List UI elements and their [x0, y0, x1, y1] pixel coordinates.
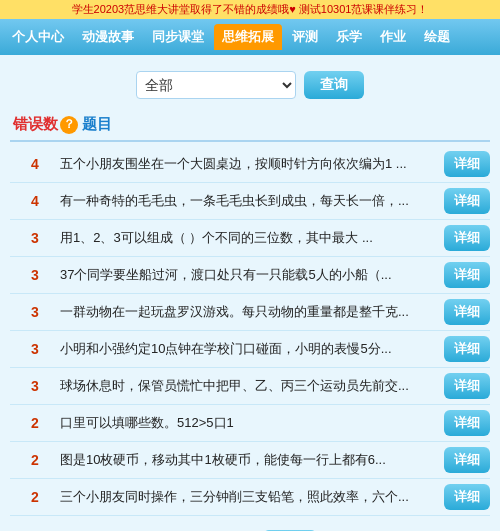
- detail-button[interactable]: 详细: [444, 225, 490, 251]
- pagination: 第1页/共6页 下页: [10, 526, 490, 531]
- nav-bar: 个人中心动漫故事同步课堂思维拓展评测乐学作业绘题: [0, 19, 500, 55]
- error-count: 3: [10, 341, 60, 357]
- detail-button[interactable]: 详细: [444, 410, 490, 436]
- errors-column-header: 错误数: [10, 115, 60, 134]
- detail-button[interactable]: 详细: [444, 484, 490, 510]
- question-text: 五个小朋友围坐在一个大圆桌边，按顺时针方向依次编为1 ...: [60, 155, 444, 173]
- nav-item-个人中心[interactable]: 个人中心: [4, 24, 72, 50]
- table-row: 3一群动物在一起玩盘罗汉游戏。每只动物的重量都是整千克...详细: [10, 294, 490, 331]
- error-count: 3: [10, 230, 60, 246]
- notice-bar: 学生20203范思维大讲堂取得了不错的成绩哦♥ 测试10301范课课伴练习！: [0, 0, 500, 19]
- error-count: 3: [10, 267, 60, 283]
- question-column-header: ？ 题目: [60, 115, 490, 134]
- error-count: 2: [10, 415, 60, 431]
- question-text: 球场休息时，保管员慌忙中把甲、乙、丙三个运动员先前交...: [60, 377, 444, 395]
- detail-button[interactable]: 详细: [444, 188, 490, 214]
- error-count: 3: [10, 304, 60, 320]
- main-content: 全部 查询 错误数 ？ 题目 4五个小朋友围坐在一个大圆桌边，按顺时针方向依次编…: [0, 55, 500, 531]
- table-row: 4五个小朋友围坐在一个大圆桌边，按顺时针方向依次编为1 ...详细: [10, 146, 490, 183]
- question-text: 一群动物在一起玩盘罗汉游戏。每只动物的重量都是整千克...: [60, 303, 444, 321]
- nav-item-思维拓展[interactable]: 思维拓展: [214, 24, 282, 50]
- category-select[interactable]: 全部: [136, 71, 296, 99]
- question-text: 37个同学要坐船过河，渡口处只有一只能载5人的小船（...: [60, 266, 444, 284]
- error-count: 4: [10, 193, 60, 209]
- table-row: 2图是10枚硬币，移动其中1枚硬币，能使每一行上都有6...详细: [10, 442, 490, 479]
- detail-button[interactable]: 详细: [444, 373, 490, 399]
- error-count: 3: [10, 378, 60, 394]
- nav-item-乐学[interactable]: 乐学: [328, 24, 370, 50]
- search-button[interactable]: 查询: [304, 71, 364, 99]
- error-count: 2: [10, 489, 60, 505]
- table-row: 2三个小朋友同时操作，三分钟削三支铅笔，照此效率，六个...详细: [10, 479, 490, 516]
- table-row: 4有一种奇特的毛毛虫，一条毛毛虫长到成虫，每天长一倍，...详细: [10, 183, 490, 220]
- question-text: 图是10枚硬币，移动其中1枚硬币，能使每一行上都有6...: [60, 451, 444, 469]
- table-row: 3球场休息时，保管员慌忙中把甲、乙、丙三个运动员先前交...详细: [10, 368, 490, 405]
- nav-item-同步课堂[interactable]: 同步课堂: [144, 24, 212, 50]
- nav-item-作业[interactable]: 作业: [372, 24, 414, 50]
- question-text: 用1、2、3可以组成（ ）个不同的三位数，其中最大 ...: [60, 229, 444, 247]
- detail-button[interactable]: 详细: [444, 299, 490, 325]
- error-count: 4: [10, 156, 60, 172]
- nav-item-评测[interactable]: 评测: [284, 24, 326, 50]
- question-text: 三个小朋友同时操作，三分钟削三支铅笔，照此效率，六个...: [60, 488, 444, 506]
- table-header: 错误数 ？ 题目: [10, 111, 490, 142]
- search-bar: 全部 查询: [10, 71, 490, 99]
- error-count: 2: [10, 452, 60, 468]
- table-row: 337个同学要坐船过河，渡口处只有一只能载5人的小船（...详细: [10, 257, 490, 294]
- detail-button[interactable]: 详细: [444, 447, 490, 473]
- table-body: 4五个小朋友围坐在一个大圆桌边，按顺时针方向依次编为1 ...详细4有一种奇特的…: [10, 146, 490, 516]
- table-row: 3用1、2、3可以组成（ ）个不同的三位数，其中最大 ...详细: [10, 220, 490, 257]
- question-icon: ？: [60, 116, 78, 134]
- nav-item-绘题[interactable]: 绘题: [416, 24, 458, 50]
- question-text: 小明和小强约定10点钟在学校门口碰面，小明的表慢5分...: [60, 340, 444, 358]
- nav-item-动漫故事[interactable]: 动漫故事: [74, 24, 142, 50]
- detail-button[interactable]: 详细: [444, 336, 490, 362]
- detail-button[interactable]: 详细: [444, 151, 490, 177]
- question-text: 口里可以填哪些数。512>5口1: [60, 414, 444, 432]
- detail-button[interactable]: 详细: [444, 262, 490, 288]
- question-text: 有一种奇特的毛毛虫，一条毛毛虫长到成虫，每天长一倍，...: [60, 192, 444, 210]
- table-row: 3小明和小强约定10点钟在学校门口碰面，小明的表慢5分...详细: [10, 331, 490, 368]
- table-row: 2口里可以填哪些数。512>5口1详细: [10, 405, 490, 442]
